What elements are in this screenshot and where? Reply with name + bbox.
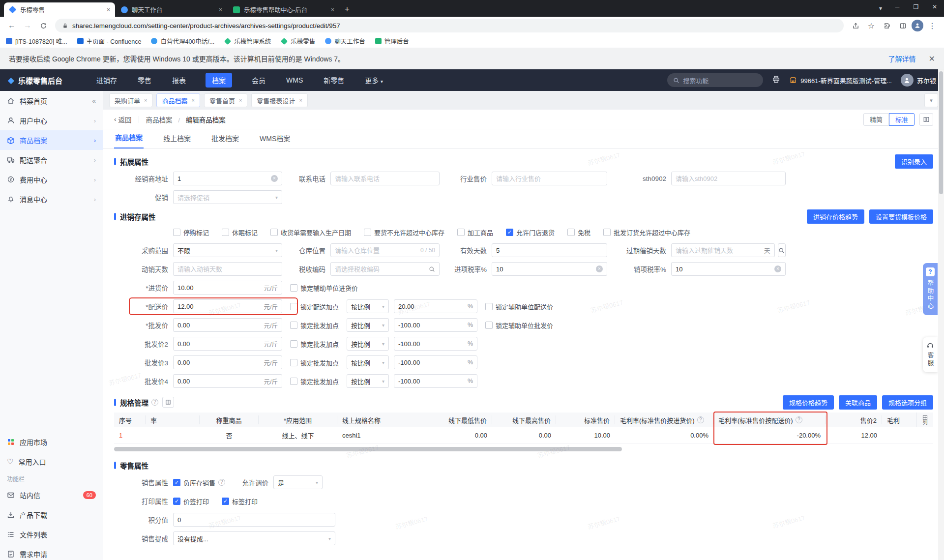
wholesale-4-mode-select[interactable]: 按比例▾ (347, 374, 389, 388)
search-icon[interactable] (429, 266, 435, 272)
page-scrollbar[interactable] (938, 69, 944, 560)
collapse-sidebar-icon[interactable]: « (92, 97, 96, 105)
close-button[interactable]: ✕ (925, 0, 944, 13)
wholesale-price-3-input[interactable]: 元/斤 (173, 355, 282, 369)
clear-icon[interactable]: × (774, 265, 781, 272)
browser-tab-2[interactable]: 聊天工作台 × (116, 2, 227, 17)
mode-standard-button[interactable]: 标准 (889, 113, 914, 126)
related-product-button[interactable]: 关联商品 (839, 395, 877, 410)
checkbox[interactable] (290, 322, 297, 329)
side-panel-icon[interactable] (896, 19, 910, 32)
wholesale-2-percent-input[interactable]: % (394, 337, 477, 351)
minimize-button[interactable]: ─ (888, 0, 907, 13)
points-input[interactable] (173, 513, 335, 527)
tab-close-icon[interactable]: × (219, 6, 222, 13)
tab-online-archive[interactable]: 线上档案 (162, 133, 192, 148)
sidebar-item-product-archives[interactable]: 商品档案› (0, 130, 103, 150)
commission-select[interactable]: 没有提成...▾ (173, 531, 335, 545)
spec-price-trend-button[interactable]: 规格价格趋势 (783, 395, 834, 410)
wholesale-percent-input[interactable]: % (394, 318, 477, 332)
promotion-select[interactable]: 请选择促销▾ (173, 190, 282, 204)
address-bar[interactable]: sharec.lemengcloud.com/setting-center/pr… (55, 19, 844, 32)
checkbox[interactable] (173, 479, 180, 486)
price-trend-button[interactable]: 进销存价格趋势 (807, 209, 864, 224)
purchase-price-input[interactable]: 元/斤 (173, 281, 282, 295)
doc-tabs-dropdown-icon[interactable]: ▾ (924, 93, 938, 107)
checkbox[interactable] (506, 229, 513, 236)
checkbox[interactable] (567, 229, 575, 236)
tab-product-archive[interactable]: 商品档案 (114, 132, 144, 148)
sidebar-item-delivery[interactable]: 配送聚合› (0, 150, 103, 170)
clear-icon[interactable]: × (271, 175, 278, 182)
bookmark-item[interactable]: 乐檬零售 (281, 36, 315, 46)
doc-tab-report-design[interactable]: 零售报表设计× (251, 93, 307, 107)
checkbox[interactable] (290, 378, 297, 385)
tab-wholesale-archive[interactable]: 批发档案 (210, 133, 240, 148)
wholesale-price-4-input[interactable]: 元/斤 (173, 374, 282, 388)
nav-item-new-retail[interactable]: 新零售 (323, 73, 345, 88)
wholesale-3-percent-input[interactable]: % (394, 355, 477, 369)
profile-avatar[interactable] (912, 20, 923, 31)
dealer-address-input[interactable]: × (173, 172, 282, 185)
nav-item-wms[interactable]: WMS (285, 74, 304, 87)
tab-close-icon[interactable]: × (331, 6, 334, 13)
checkbox[interactable] (173, 498, 180, 505)
doc-tab-purchase-order[interactable]: 采购订单× (109, 93, 152, 107)
customer-service-fab[interactable]: 客服 (923, 337, 938, 372)
store-selector[interactable]: 99661-新界面果蔬版测试-管理... (789, 76, 892, 85)
checkbox[interactable] (485, 322, 493, 329)
sidebar-item-file-list[interactable]: 文件列表 (0, 525, 103, 544)
breadcrumb-parent[interactable]: 商品档案 (146, 117, 173, 124)
scrollbar-thumb[interactable] (114, 447, 622, 451)
print-icon[interactable] (772, 75, 780, 85)
back-icon[interactable]: ← (5, 19, 19, 32)
checkbox[interactable] (603, 229, 611, 236)
moving-days-input[interactable] (173, 262, 282, 276)
bookmark-item[interactable]: 主页面 - Confluence (77, 36, 142, 46)
tab-search-icon[interactable]: ▾ (873, 0, 888, 17)
checkbox[interactable] (290, 359, 297, 366)
bookmark-item[interactable]: 乐檬管理系统 (224, 36, 271, 46)
bookmark-item[interactable]: 管理后台 (375, 36, 409, 46)
sidebar-item-archive-home[interactable]: 档案首页 « (0, 91, 103, 111)
checkbox[interactable] (457, 229, 465, 236)
checkbox[interactable] (222, 229, 229, 236)
bookmark-item[interactable]: [ITS-1087820] 唯... (6, 36, 67, 46)
new-tab-button[interactable]: + (340, 2, 354, 16)
nav-item-retail[interactable]: 零售 (137, 73, 152, 88)
checkbox[interactable] (290, 284, 297, 292)
close-icon[interactable]: × (144, 97, 147, 103)
input-tax-input[interactable]: × (492, 262, 607, 276)
mode-simple-button[interactable]: 精简 (863, 113, 889, 126)
restore-button[interactable]: ❐ (907, 0, 925, 13)
sidebar-item-user-center[interactable]: 用户中心› (0, 111, 103, 130)
scrollbar-thumb[interactable] (939, 71, 943, 194)
info-icon[interactable]: ? (218, 479, 225, 486)
sidebar-item-downloads[interactable]: 产品下载 (0, 505, 103, 525)
bookmark-item[interactable]: 聊天工作台 (325, 36, 365, 46)
bookmark-item[interactable]: 自营代理400电话/... (151, 36, 214, 46)
spec-layout-icon[interactable] (162, 397, 174, 408)
checkbox[interactable] (222, 498, 229, 505)
sth0902-input[interactable] (671, 172, 786, 185)
purchase-scope-select[interactable]: 不限▾ (173, 243, 282, 257)
spec-table-row[interactable]: 1 否 线上、线下 ceshi1 0.00 0.00 10.00 0.00% -… (114, 427, 933, 444)
wholesale-3-mode-select[interactable]: 按比例▾ (347, 355, 389, 369)
delivery-price-input[interactable]: 元/斤 (173, 299, 282, 313)
extensions-icon[interactable] (880, 19, 894, 32)
nav-item-archives[interactable]: 档案 (206, 73, 232, 88)
doc-tab-retail-home[interactable]: 零售首页× (204, 93, 247, 107)
tax-code-input[interactable] (330, 262, 440, 276)
checkbox[interactable] (173, 229, 180, 236)
wholesale-price-2-input[interactable]: 元/斤 (173, 337, 282, 351)
wholesale-4-percent-input[interactable]: % (394, 374, 477, 388)
wholesale-mode-select[interactable]: 按比例▾ (347, 318, 389, 332)
close-icon[interactable]: × (239, 97, 242, 103)
info-icon[interactable]: ? (796, 416, 802, 423)
nav-item-member[interactable]: 会员 (251, 73, 266, 88)
menu-dots-icon[interactable]: ⋮ (925, 19, 939, 32)
checkbox[interactable] (270, 229, 278, 236)
output-tax-input[interactable]: × (671, 262, 786, 276)
template-price-button[interactable]: 设置要货模板价格 (869, 209, 933, 224)
sidebar-item-favorites[interactable]: ♡ 常用入口 (0, 452, 103, 472)
